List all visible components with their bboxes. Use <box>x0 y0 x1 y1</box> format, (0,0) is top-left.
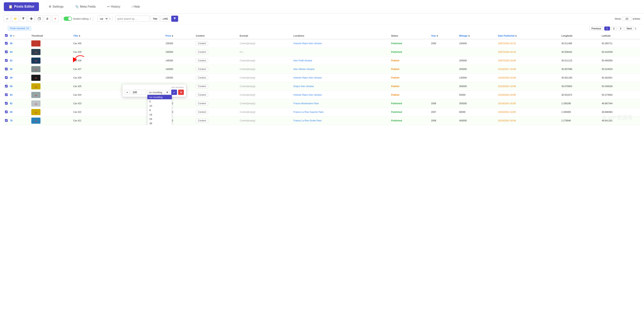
col-price[interactable]: Price ⇅ <box>164 33 195 39</box>
row-excerpt[interactable]: Co... <box>238 48 292 56</box>
row-location[interactable]: Holosiiv Raion Kiev Ukraine <box>292 74 390 82</box>
row-id[interactable]: 86 <box>9 82 30 91</box>
row-excerpt[interactable]: Content[empty] <box>238 39 292 48</box>
row-year[interactable] <box>430 91 458 99</box>
row-longitude[interactable]: 30.501872 <box>560 91 600 99</box>
row-id[interactable]: 88 <box>9 74 30 82</box>
row-checkbox[interactable] <box>5 111 8 113</box>
row-excerpt[interactable]: Content[empty] <box>238 91 292 99</box>
row-checkbox[interactable] <box>5 119 8 122</box>
row-location[interactable]: Holosiiv Raion Kiev Ukraine <box>292 91 390 99</box>
row-status[interactable]: Publish <box>390 74 430 82</box>
row-location[interactable]: France La Rive Gauche Paris <box>292 108 390 117</box>
row-excerpt[interactable]: Content[empty] <box>238 99 292 108</box>
row-longitude[interactable]: 30.511485 <box>560 39 600 48</box>
row-mileage[interactable]: 50000 <box>458 91 497 99</box>
row-price[interactable]: 145000 <box>164 56 195 65</box>
row-year[interactable] <box>430 48 458 56</box>
rounding-option[interactable]: no rounding <box>148 95 172 99</box>
row-longitude[interactable]: 2.393065 <box>560 108 600 117</box>
switch-button[interactable]: ⇄ <box>4 15 11 22</box>
row-excerpt[interactable]: Content[empty] <box>238 108 292 117</box>
row-year[interactable] <box>430 65 458 74</box>
row-latitude[interactable]: 48.887344 <box>600 99 640 108</box>
row-content-button[interactable]: Content <box>196 41 208 45</box>
search-field-select[interactable]: car <box>97 16 108 22</box>
folder-button[interactable]: 📁 <box>12 15 19 22</box>
row-content-button[interactable]: Content <box>196 58 208 63</box>
row-date[interactable]: 15/07/2019 16:10 <box>497 48 560 56</box>
nav-settings[interactable]: ⚙ Settings <box>49 5 64 8</box>
row-location[interactable]: Dnipro Kiev Ukraine <box>292 82 390 91</box>
row-mileage[interactable]: 80000 <box>458 108 497 117</box>
show-entries-input[interactable] <box>622 17 632 21</box>
rounding-option[interactable]: 5 <box>148 99 172 104</box>
row-id[interactable]: 92 <box>9 56 30 65</box>
row-content-button[interactable]: Content <box>196 101 208 106</box>
row-id[interactable]: 82 <box>9 99 30 108</box>
row-content-button[interactable]: Content <box>196 119 208 123</box>
row-mileage[interactable]: 400000 <box>458 117 497 125</box>
row-price[interactable]: 140000 <box>164 65 195 74</box>
col-year[interactable]: Year ⇅ <box>430 33 458 39</box>
add-button[interactable] <box>28 15 35 22</box>
search-like-button[interactable]: LIKE <box>160 16 170 22</box>
copy-button[interactable] <box>36 15 43 22</box>
page-1-button[interactable]: 1 <box>604 26 610 30</box>
row-content-button[interactable]: Content <box>196 84 208 88</box>
cell-calc-ok-button[interactable]: ✓ <box>171 90 177 95</box>
row-checkbox[interactable] <box>5 102 8 105</box>
row-price[interactable]: 135000 <box>164 74 195 82</box>
row-title[interactable]: Car #29 <box>72 48 164 56</box>
row-checkbox[interactable] <box>5 42 8 45</box>
row-content-button[interactable]: Content <box>196 50 208 54</box>
row-longitude[interactable]: 30.511115 <box>560 56 600 65</box>
row-id[interactable]: 80 <box>9 108 30 117</box>
row-checkbox[interactable] <box>5 85 8 87</box>
rounding-option[interactable]: 19 <box>148 112 172 117</box>
toggle-info-icon[interactable]: ℹ <box>90 17 91 20</box>
row-checkbox[interactable] <box>5 50 8 53</box>
row-date[interactable]: 15/10/2014 16:05 <box>497 99 560 108</box>
row-latitude[interactable]: 50.373594 <box>600 91 640 99</box>
cell-calc-value-input[interactable] <box>131 90 146 95</box>
row-latitude[interactable]: 50.524525 <box>600 65 640 74</box>
row-status[interactable]: Published <box>390 39 430 48</box>
prev-button[interactable]: Previous <box>590 26 603 30</box>
row-id[interactable]: 78 <box>9 117 30 125</box>
row-status[interactable]: Published <box>390 48 430 56</box>
row-latitude[interactable]: 48.841181 <box>600 117 640 125</box>
filter-button[interactable] <box>20 15 27 22</box>
rounding-option[interactable]: 10 <box>148 104 172 108</box>
binded-editing-toggle[interactable] <box>64 16 72 21</box>
row-year[interactable]: 2007 <box>430 108 458 117</box>
row-price[interactable]: 150000 <box>164 48 195 56</box>
row-longitude[interactable]: 2.279940 <box>560 117 600 125</box>
page-3-button[interactable]: 3 <box>618 26 624 30</box>
row-id[interactable]: 90 <box>9 65 30 74</box>
row-location[interactable]: France La Rive Droite Paris <box>292 117 390 125</box>
row-location[interactable]: Kiev Podil Ukraine <box>292 56 390 65</box>
row-mileage[interactable]: 250000 <box>458 65 497 74</box>
row-longitude[interactable]: 30.509442 <box>560 48 600 56</box>
row-checkbox[interactable] <box>5 68 8 70</box>
row-mileage[interactable]: 350000 <box>458 99 497 108</box>
row-status[interactable]: Publish <box>390 91 430 99</box>
row-date[interactable]: 15/10/2016 16:08 <box>497 74 560 82</box>
logo-button[interactable]: 📋 Posts Editor <box>4 2 39 11</box>
search-input[interactable] <box>115 16 150 22</box>
nav-meta-fields[interactable]: 📎 Meta Fields <box>75 5 96 8</box>
row-status[interactable]: Published <box>390 108 430 117</box>
row-excerpt[interactable]: Content[empty] <box>238 82 292 91</box>
row-latitude[interactable]: 50.469359 <box>600 56 640 65</box>
cell-calc-rounding-display[interactable]: no rounding ▼ <box>147 90 170 95</box>
page-2-button[interactable]: 2 <box>611 26 617 30</box>
nav-help[interactable]: i Help <box>132 5 140 8</box>
row-year[interactable]: 2000 <box>430 39 458 48</box>
row-latitude[interactable]: 50.442039 <box>600 48 640 56</box>
cell-calc-rounding-select[interactable]: no rounding ▼ no rounding510919293949596… <box>147 90 170 95</box>
row-date[interactable]: 15/07/2019 16:10 <box>497 39 560 48</box>
cell-calc-cancel-button[interactable]: ✕ <box>178 90 184 95</box>
row-excerpt[interactable]: Content[empty] <box>238 117 292 125</box>
row-latitude[interactable]: 50.456028 <box>600 82 640 91</box>
